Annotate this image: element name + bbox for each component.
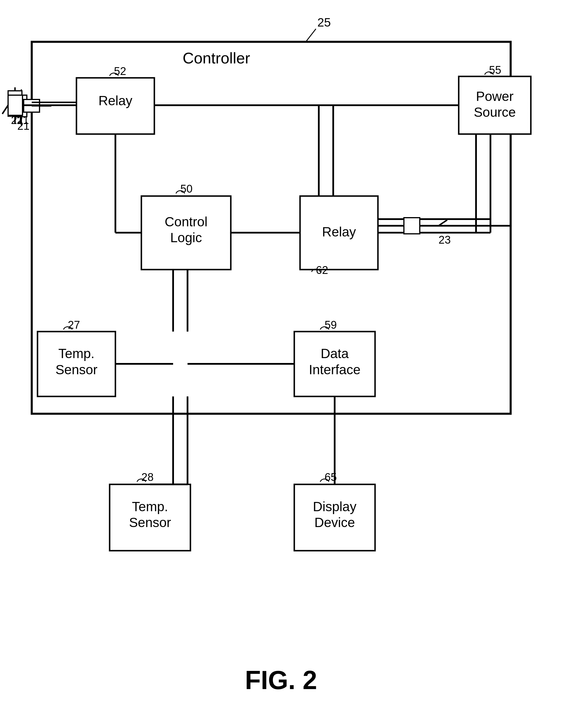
power-source-text1: Power: [476, 89, 514, 104]
ref-25-label: 25: [317, 16, 331, 29]
temp27-text2: Sensor: [55, 362, 97, 377]
data-interface-text1: Data: [321, 346, 349, 361]
control-logic-text1: Control: [165, 214, 207, 229]
ref-50-text: 50: [180, 183, 192, 195]
display-device-text1: Display: [313, 499, 357, 514]
ref-55-text: 55: [489, 64, 501, 76]
fig2-label: FIG. 2: [245, 666, 317, 695]
ref-52-text: 52: [114, 65, 126, 77]
temp27-text1: Temp.: [58, 346, 94, 361]
temp28-text1: Temp.: [132, 499, 168, 514]
temp28-text2: Sensor: [129, 515, 171, 530]
ref23: 23: [439, 234, 451, 246]
control-logic-text2: Logic: [170, 230, 202, 245]
relay-52-text: Relay: [98, 93, 132, 108]
relay-62-text: Relay: [322, 224, 356, 239]
ref-27-text: 27: [68, 319, 80, 331]
svg-line-47: [306, 29, 316, 42]
ref-62-text: 62: [316, 264, 328, 276]
svg-rect-77: [8, 95, 22, 115]
ref-28-text: 28: [141, 471, 153, 483]
ref-59-text: 59: [325, 319, 337, 331]
controller-title: Controller: [183, 49, 250, 67]
svg-line-78: [2, 105, 8, 114]
power-source-text2: Source: [474, 105, 516, 120]
data-interface-text2: Interface: [309, 362, 361, 377]
ref21: 21: [11, 114, 23, 126]
display-device-text2: Device: [315, 515, 355, 530]
svg-rect-90: [404, 218, 420, 234]
